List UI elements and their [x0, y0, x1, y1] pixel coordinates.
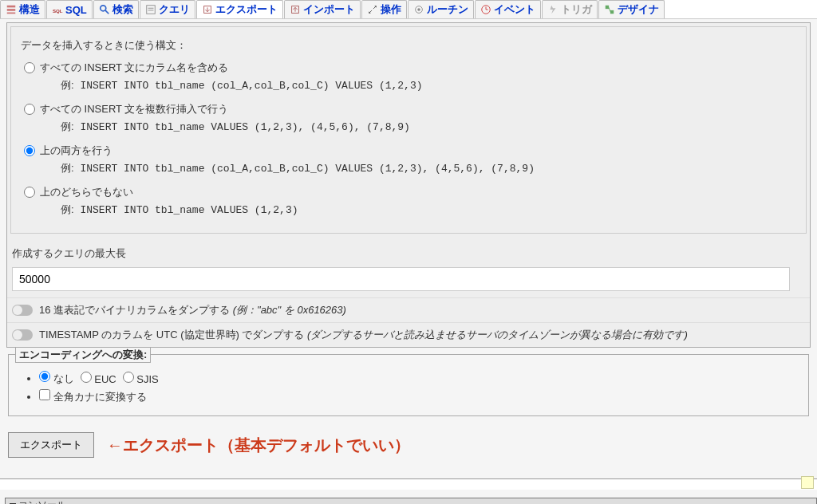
encoding-radio-none[interactable]	[39, 371, 50, 382]
structure-icon	[6, 4, 17, 15]
console-button[interactable]: コンソール	[5, 498, 817, 504]
search-icon	[99, 4, 110, 15]
tab-designer[interactable]: デザイナ	[598, 0, 665, 18]
maxlen-input[interactable]	[12, 267, 790, 291]
tab-query[interactable]: クエリ	[140, 0, 195, 18]
tab-sql[interactable]: SQL SQL	[46, 0, 93, 18]
tab-export[interactable]: エクスポート	[196, 0, 283, 18]
tab-label: SQL	[65, 4, 87, 16]
syntax-option-1[interactable]: すべての INSERT 文を複数行挿入で行う	[18, 100, 799, 118]
syntax-radio-2[interactable]	[24, 145, 35, 156]
bottom-bar	[0, 478, 817, 490]
syntax-radio-0[interactable]	[24, 62, 35, 73]
import-icon	[290, 4, 301, 15]
svg-rect-2	[7, 13, 16, 14]
tab-label: デザイナ	[618, 2, 659, 17]
syntax-example-2: 例: INSERT INTO tbl_name (col_A,col_B,col…	[18, 159, 799, 183]
encoding-euc[interactable]: EUC	[81, 372, 116, 385]
syntax-example-0: 例: INSERT INTO tbl_name (col_A,col_B,col…	[18, 77, 799, 100]
hex-toggle-text: 16 進表記でバイナリカラムをダンプする (例："abc" を 0x616263…	[39, 303, 346, 317]
syntax-option-3[interactable]: 上のどちらでもない	[18, 183, 799, 201]
nav-tabs: 構造 SQL SQL 検索 クエリ エクスポート インポート 操作	[0, 0, 817, 19]
tab-label: 検索	[112, 2, 133, 17]
export-icon	[202, 4, 213, 15]
syntax-radio-1[interactable]	[24, 104, 35, 115]
tab-label: クエリ	[159, 2, 190, 17]
tab-structure[interactable]: 構造	[0, 0, 45, 18]
tab-search[interactable]: 検索	[93, 0, 139, 18]
hex-toggle[interactable]	[12, 305, 33, 316]
syntax-option-2[interactable]: 上の両方を行う	[18, 142, 799, 159]
sql-icon: SQL	[52, 4, 63, 15]
svg-line-18	[609, 7, 610, 11]
maxlen-label: 作成するクエリの最大長	[7, 237, 810, 267]
syntax-radio-3[interactable]	[24, 187, 35, 198]
svg-rect-6	[146, 6, 155, 14]
syntax-label: 上の両方を行う	[40, 144, 112, 158]
svg-point-12	[417, 8, 420, 11]
svg-text:SQL: SQL	[53, 8, 63, 14]
syntax-example-3: 例: INSERT INTO tbl_name VALUES (1,2,3)	[18, 201, 799, 225]
encoding-fieldset: エンコーディングへの変換: なし EUC SJIS 全角カナに変換する	[8, 354, 809, 416]
utc-toggle[interactable]	[12, 329, 33, 341]
utc-toggle-row: TIMESTAMP のカラムを UTC (協定世界時) でダンプする (ダンプす…	[7, 322, 810, 347]
triggers-icon	[547, 4, 558, 15]
events-icon	[480, 4, 491, 15]
export-button[interactable]: エクスポート	[8, 432, 94, 458]
tab-label: エクスポート	[215, 2, 278, 17]
syntax-panel: データを挿入するときに使う構文： すべての INSERT 文にカラム名を含める …	[6, 22, 811, 348]
tab-label: トリガ	[561, 2, 592, 17]
tab-label: イベント	[494, 2, 535, 17]
encoding-kana-checkbox[interactable]	[39, 389, 50, 400]
svg-rect-1	[7, 9, 16, 11]
svg-point-4	[100, 6, 105, 11]
tab-label: 構造	[19, 2, 40, 17]
encoding-sjis[interactable]: SJIS	[123, 372, 159, 385]
note-icon[interactable]	[801, 476, 814, 489]
tab-operations[interactable]: 操作	[361, 0, 407, 18]
console-icon	[9, 502, 17, 505]
tab-events[interactable]: イベント	[475, 0, 541, 18]
tab-import[interactable]: インポート	[284, 0, 361, 18]
tab-label: 操作	[381, 2, 401, 17]
encoding-options: なし EUC SJIS	[39, 371, 800, 386]
encoding-legend: エンコーディングへの変換:	[15, 347, 151, 363]
operations-icon	[367, 4, 378, 15]
syntax-option-0[interactable]: すべての INSERT 文にカラム名を含める	[18, 59, 799, 77]
syntax-label: 上のどちらでもない	[40, 185, 133, 199]
svg-rect-17	[610, 10, 614, 14]
encoding-radio-euc[interactable]	[81, 372, 92, 383]
encoding-kana[interactable]: 全角カナに変換する	[39, 391, 147, 403]
svg-line-5	[105, 10, 109, 14]
syntax-title: データを挿入するときに使う構文：	[18, 33, 799, 59]
syntax-label: すべての INSERT 文にカラム名を含める	[40, 61, 228, 75]
tab-routines[interactable]: ルーチン	[408, 0, 474, 18]
tab-triggers[interactable]: トリガ	[542, 0, 598, 18]
svg-rect-0	[7, 6, 16, 8]
encoding-none[interactable]: なし	[39, 371, 74, 386]
tab-label: インポート	[303, 2, 355, 17]
syntax-label: すべての INSERT 文を複数行挿入で行う	[40, 102, 228, 116]
designer-icon	[604, 4, 615, 15]
encoding-radio-sjis[interactable]	[123, 372, 134, 383]
tab-label: ルーチン	[427, 2, 468, 17]
syntax-option-group: データを挿入するときに使う構文： すべての INSERT 文にカラム名を含める …	[10, 26, 807, 234]
syntax-example-1: 例: INSERT INTO tbl_name VALUES (1,2,3), …	[18, 118, 799, 142]
routines-icon	[413, 4, 424, 15]
query-icon	[145, 4, 156, 15]
hex-toggle-row: 16 進表記でバイナリカラムをダンプする (例："abc" を 0x616263…	[7, 297, 810, 322]
utc-toggle-text: TIMESTAMP のカラムを UTC (協定世界時) でダンプする (ダンプす…	[39, 328, 688, 342]
annotation-text: ←エクスポート（基本デフォルトでいい）	[107, 435, 410, 456]
svg-rect-16	[605, 6, 608, 9]
